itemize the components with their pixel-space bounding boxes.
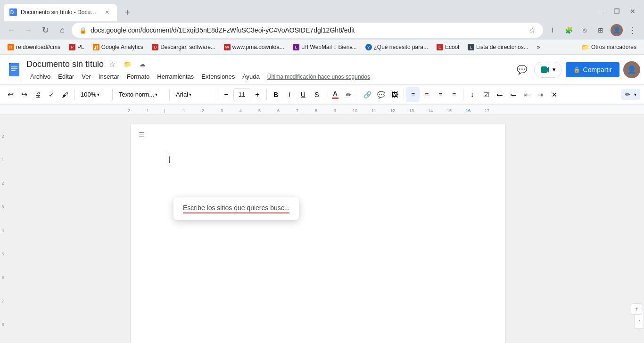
maximize-button[interactable]: ❐: [609, 4, 624, 19]
indent-more-button[interactable]: ⇥: [534, 87, 547, 102]
toolbar-separator-7: [358, 89, 358, 100]
move-button[interactable]: 📁: [121, 57, 134, 71]
bookmark-webmail[interactable]: L LH WebMail :: Bienv...: [289, 41, 361, 53]
checklist-button[interactable]: ☑: [479, 87, 493, 102]
bookmark-pma[interactable]: W www.pma.downloa...: [220, 41, 288, 53]
zoom-selector[interactable]: 100% ▾: [77, 87, 110, 102]
url-display: docs.google.com/document/d/1ExqiB5nE8dZF…: [91, 26, 525, 34]
menu-editar[interactable]: Editar: [54, 72, 78, 82]
autocomplete-popup[interactable]: Escribe los sitios que quieres busc...: [173, 197, 299, 220]
bookmark-pl-label: PL: [77, 44, 84, 50]
insert-image-button[interactable]: 🖼: [388, 87, 401, 102]
text-color-button[interactable]: A: [329, 87, 342, 102]
refresh-button[interactable]: ↻: [38, 23, 53, 38]
split-screen-button[interactable]: ⊞: [593, 23, 608, 38]
bookmark-lista[interactable]: L Lista de directorios...: [464, 41, 532, 53]
numbered-list-button[interactable]: ≔: [507, 87, 520, 102]
bookmark-more-button[interactable]: »: [533, 41, 544, 53]
close-window-button[interactable]: ✕: [625, 4, 640, 19]
user-avatar[interactable]: 👤: [623, 61, 640, 78]
italic-button[interactable]: I: [283, 87, 296, 102]
extensions-button[interactable]: Ⅰ: [545, 23, 560, 38]
align-center-button[interactable]: ≡: [420, 87, 433, 102]
spell-check-button[interactable]: ✓: [45, 87, 58, 102]
minimize-button[interactable]: —: [593, 4, 608, 19]
outline-icon[interactable]: ☰: [136, 129, 147, 140]
meet-icon: [540, 65, 550, 74]
menu-archivo[interactable]: Archivo: [26, 72, 54, 82]
menu-ver[interactable]: Ver: [78, 72, 95, 82]
puzzle-icon-button[interactable]: 🧩: [561, 23, 576, 38]
docs-logo[interactable]: [6, 61, 23, 78]
indent-less-button[interactable]: ⇤: [520, 87, 534, 102]
print-button[interactable]: 🖨: [31, 87, 44, 102]
editing-mode-button[interactable]: ✏ ▾: [621, 89, 640, 100]
toolbar-separator-4: [217, 89, 217, 100]
menu-formato[interactable]: Formato: [123, 72, 153, 82]
align-right-button[interactable]: ≡: [434, 87, 447, 102]
editing-mode-dropdown: ▾: [634, 92, 636, 97]
bookmark-re-download[interactable]: R re:download//cms: [4, 41, 64, 53]
bold-button[interactable]: B: [269, 87, 282, 102]
home-button[interactable]: ⌂: [55, 23, 70, 38]
paint-format-button[interactable]: 🖌: [58, 87, 72, 102]
fab-button[interactable]: +: [631, 303, 642, 315]
align-left-button[interactable]: ≡: [406, 87, 420, 102]
menu-ayuda[interactable]: Ayuda: [239, 72, 264, 82]
toolbar-separator-8: [404, 89, 404, 100]
bookmark-pl[interactable]: P PL: [65, 41, 88, 53]
bookmark-folder-others[interactable]: 📁 Otros marcadores: [578, 41, 640, 53]
toolbar-right: ✏ ▾: [621, 89, 640, 100]
insert-comment-button[interactable]: 💬: [374, 87, 388, 102]
docs-title-text[interactable]: Documento sin título: [26, 59, 104, 69]
increase-font-button[interactable]: +: [251, 87, 264, 102]
clear-format-button[interactable]: ✕: [548, 87, 561, 102]
back-button[interactable]: ←: [4, 23, 19, 38]
tab-title: Documento sin título - Docume...: [21, 9, 99, 16]
active-tab[interactable]: D Documento sin título - Docume... ×: [4, 4, 117, 21]
bookmark-analytics[interactable]: Google Analytics: [89, 41, 147, 53]
align-justify-button[interactable]: ≡: [447, 87, 461, 102]
cast-button[interactable]: ⎋: [577, 23, 592, 38]
document-content[interactable]: |: [169, 153, 468, 294]
font-value: Arial: [176, 91, 188, 98]
bookmark-descargar-label: Descargar, software...: [160, 44, 215, 50]
bookmark-ecool[interactable]: E Ecool: [433, 41, 463, 53]
star-button[interactable]: ☆: [106, 57, 119, 71]
right-panel: › +: [631, 115, 644, 343]
share-button[interactable]: 🔒 Compartir: [566, 62, 619, 77]
undo-button[interactable]: ↩: [4, 87, 17, 102]
comments-button[interactable]: 💬: [513, 61, 530, 78]
chrome-menu-button[interactable]: ⋮: [625, 23, 640, 38]
highlight-color-button[interactable]: ✏: [342, 87, 355, 102]
strikethrough-button[interactable]: S: [310, 87, 323, 102]
bookmark-webmail-label: LH WebMail :: Bienv...: [301, 44, 357, 50]
menu-herramientas[interactable]: Herramientas: [153, 72, 198, 82]
bookmark-pl-icon: P: [69, 44, 75, 50]
bookmark-que-necesito[interactable]: ? ¿Qué necesito para...: [362, 41, 432, 53]
address-bar-row: ← → ↻ ⌂ 🔒 docs.google.com/document/d/1Ex…: [0, 21, 644, 40]
tab-close-button[interactable]: ×: [103, 8, 111, 16]
cloud-button[interactable]: ☁: [136, 57, 149, 71]
bookmark-star-icon[interactable]: ☆: [529, 26, 536, 35]
menu-insertar[interactable]: Insertar: [95, 72, 123, 82]
font-size-display[interactable]: 11: [233, 88, 250, 101]
menu-extensiones[interactable]: Extensiones: [198, 72, 239, 82]
autocomplete-suggestion: Escribe los sitios que quieres busc...: [183, 204, 289, 213]
meet-button[interactable]: ▾: [534, 62, 562, 78]
redo-button[interactable]: ↪: [17, 87, 31, 102]
avatar-icon: 👤: [627, 65, 636, 74]
document-scroll-area[interactable]: ☰ | Escribe los sitios que quieres busc.…: [6, 115, 631, 343]
underline-button[interactable]: U: [297, 87, 310, 102]
bookmark-descargar[interactable]: D Descargar, software...: [148, 41, 219, 53]
address-bar[interactable]: 🔒 docs.google.com/document/d/1ExqiB5nE8d…: [72, 23, 543, 38]
bullet-list-button[interactable]: ≔: [493, 87, 506, 102]
new-tab-button[interactable]: +: [120, 5, 135, 20]
user-profile-button[interactable]: 👤: [609, 23, 624, 38]
font-selector[interactable]: Arial ▾: [172, 87, 215, 102]
line-spacing-button[interactable]: ↕: [466, 87, 479, 102]
forward-button[interactable]: →: [21, 23, 36, 38]
insert-link-button[interactable]: 🔗: [361, 87, 374, 102]
style-selector[interactable]: Texto norm... ▾: [115, 87, 167, 102]
decrease-font-button[interactable]: −: [220, 87, 233, 102]
